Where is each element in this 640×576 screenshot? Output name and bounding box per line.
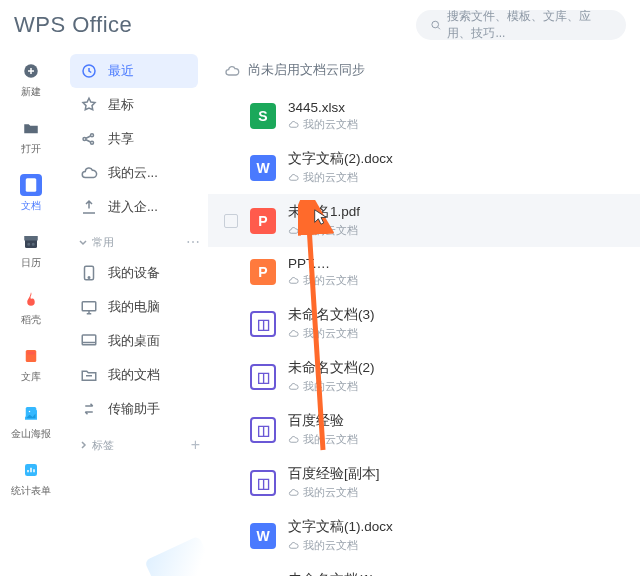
cloud-small-icon [288, 172, 299, 183]
svg-rect-9 [28, 352, 34, 354]
add-tag-icon[interactable]: + [191, 436, 200, 454]
svg-rect-19 [82, 302, 96, 311]
rail-label: 金山海报 [11, 427, 51, 441]
svg-rect-20 [82, 335, 96, 345]
folder-icon [20, 117, 42, 139]
file-location: 我的云文档 [303, 273, 358, 288]
upload-icon [80, 198, 98, 216]
sidebar-item-upload[interactable]: 进入企... [70, 190, 198, 224]
svg-line-1 [438, 27, 440, 29]
sidebar-item-label: 我的云... [108, 164, 158, 182]
file-location: 我的云文档 [303, 326, 358, 341]
sidebar-item-folder-doc[interactable]: 我的文档 [70, 358, 198, 392]
file-pdf-icon: P [250, 208, 276, 234]
cloud-small-icon [288, 540, 299, 551]
rail-stats[interactable]: 统计表单 [11, 457, 51, 500]
file-name: 未命名1.pdf [288, 203, 360, 221]
file-otl-icon: ◫ [250, 364, 276, 390]
poster-icon [20, 402, 42, 424]
file-location: 我的云文档 [303, 223, 358, 238]
sidebar-item-star[interactable]: 星标 [70, 88, 198, 122]
rail-open[interactable]: 打开 [11, 115, 51, 158]
rail-label: 文库 [21, 370, 41, 384]
cloud-small-icon [288, 487, 299, 498]
file-row[interactable]: W文字文稿(1).docx我的云文档 [208, 509, 640, 562]
file-location: 我的云文档 [303, 432, 358, 447]
file-ppt-icon: P [250, 259, 276, 285]
chevron-down-icon [78, 237, 88, 247]
file-row[interactable]: PPPT.…我的云文档 [208, 247, 640, 297]
sidebar-item-desktop[interactable]: 我的桌面 [70, 324, 198, 358]
rail-wenku[interactable]: 文库 [11, 343, 51, 386]
file-xls-icon: S [250, 103, 276, 129]
file-location: 我的云文档 [303, 485, 358, 500]
search-placeholder: 搜索文件、模板、文库、应用、技巧... [447, 8, 612, 42]
chart-icon [20, 459, 42, 481]
sidebar-item-tablet[interactable]: 我的设备 [70, 256, 198, 290]
sidebar-item-monitor[interactable]: 我的电脑 [70, 290, 198, 324]
sidebar-item-transfer[interactable]: 传输助手 [70, 392, 198, 426]
rail-label: 稻壳 [21, 313, 41, 327]
file-doc-icon: W [250, 523, 276, 549]
cloud-small-icon [288, 119, 299, 130]
file-otl-icon: ◫ [250, 417, 276, 443]
monitor-icon [80, 298, 98, 316]
rail-poster[interactable]: 金山海报 [11, 400, 51, 443]
file-panel: 尚未启用文档云同步 S3445.xlsx我的云文档W文字文稿(2).docx我的… [208, 48, 640, 576]
sidebar-item-cloud[interactable]: 我的云... [70, 156, 198, 190]
folder-doc-icon [80, 366, 98, 384]
file-name: 文字文稿(2).docx [288, 150, 393, 168]
file-row[interactable]: ◫未命名文档(2)我的云文档 [208, 350, 640, 403]
sidebar-group-common[interactable]: 常用 ⋯ [70, 228, 208, 256]
cloud-sync-banner[interactable]: 尚未启用文档云同步 [208, 56, 640, 91]
rail-label: 打开 [21, 142, 41, 156]
file-row[interactable]: P未命名1.pdf我的云文档 [208, 194, 640, 247]
file-name: 百度经验[副本] [288, 465, 380, 483]
svg-rect-5 [25, 237, 37, 240]
doc-icon [20, 174, 42, 196]
cloud-small-icon [288, 328, 299, 339]
file-row[interactable]: S3445.xlsx我的云文档 [208, 91, 640, 141]
sidebar-item-label: 我的设备 [108, 264, 160, 282]
file-otl-icon: ◫ [250, 470, 276, 496]
left-rail: 新建打开文档日历稻壳文库金山海报统计表单 [0, 48, 62, 576]
search-box[interactable]: 搜索文件、模板、文库、应用、技巧... [416, 10, 626, 40]
sidebar-item-label: 我的电脑 [108, 298, 160, 316]
chevron-right-icon [78, 440, 88, 450]
more-icon[interactable]: ⋯ [186, 234, 200, 250]
rail-label: 文档 [21, 199, 41, 213]
svg-point-15 [91, 134, 94, 137]
file-row[interactable]: W文字文稿(2).docx我的云文档 [208, 141, 640, 194]
cloud-small-icon [288, 225, 299, 236]
cloud-icon [80, 164, 98, 182]
file-row[interactable]: ◫百度经验[副本]我的云文档 [208, 456, 640, 509]
transfer-icon [80, 400, 98, 418]
rail-daoke[interactable]: 稻壳 [11, 286, 51, 329]
sidebar-item-clock[interactable]: 最近 [70, 54, 198, 88]
sidebar-item-label: 传输助手 [108, 400, 160, 418]
tablet-icon [80, 264, 98, 282]
fire-icon [20, 288, 42, 310]
star-icon [80, 96, 98, 114]
sidebar-item-share[interactable]: 共享 [70, 122, 198, 156]
svg-point-14 [83, 138, 86, 141]
sidebar-group-tags[interactable]: 标签 + [70, 430, 208, 460]
file-name: PPT.… [288, 256, 358, 271]
file-name: 未命名文档(2) [288, 359, 375, 377]
rail-docs[interactable]: 文档 [11, 172, 51, 215]
file-row[interactable]: ◫未命名文档(3)我的云文档 [208, 297, 640, 350]
file-name: 未命名文档(1) [288, 571, 375, 576]
search-icon [430, 18, 441, 32]
cloud-icon [224, 63, 240, 79]
file-row[interactable]: ◫未命名文档(1)我的云文档 [208, 562, 640, 576]
file-otl-icon: ◫ [250, 311, 276, 337]
file-name: 未命名文档(3) [288, 306, 375, 324]
book-icon [20, 345, 42, 367]
rail-cal[interactable]: 日历 [11, 229, 51, 272]
file-location: 我的云文档 [303, 538, 358, 553]
rail-label: 统计表单 [11, 484, 51, 498]
file-checkbox[interactable] [224, 214, 238, 228]
file-name: 百度经验 [288, 412, 358, 430]
rail-new[interactable]: 新建 [11, 58, 51, 101]
file-row[interactable]: ◫百度经验我的云文档 [208, 403, 640, 456]
